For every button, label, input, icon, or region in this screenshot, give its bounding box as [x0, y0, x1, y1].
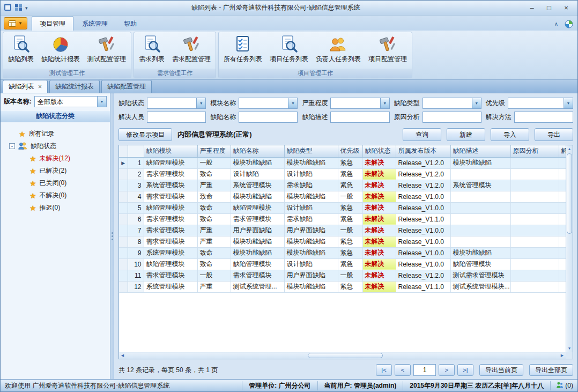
chevron-down-icon[interactable]: ▼	[196, 98, 205, 108]
tree-item-postponed[interactable]: ★ 推迟(0)	[3, 202, 108, 214]
cell-description[interactable]: 缺陷管理模块	[450, 258, 510, 270]
ribbon-tab-project-management[interactable]: 项目管理	[32, 16, 73, 31]
cell-type[interactable]: 模块功能缺陷	[284, 247, 338, 258]
cell-name[interactable]: 模块功能缺陷	[231, 247, 284, 258]
table-row[interactable]: 5缺陷管理模块致命缺陷管理模块设计缺陷紧急未解决Release_V1.0.0	[119, 202, 566, 213]
table-row[interactable]: ▶1缺陷管理模块一般模块功能缺陷模块功能缺陷紧急未解决Release_V1.2.…	[119, 157, 566, 168]
tree-item-unresolved[interactable]: ★ 未解决(12)	[3, 152, 108, 165]
resolver-filter-input[interactable]	[147, 112, 206, 123]
requirement-config-management-button[interactable]: 需求配置管理	[169, 33, 214, 69]
cell-name[interactable]: 模块功能缺陷	[231, 236, 284, 247]
cell-release[interactable]: Release_V1.0.0	[396, 225, 450, 236]
table-row[interactable]: 12系统管理模块严重测试系统管理...模块功能缺陷紧急未解决Release_V1…	[119, 281, 566, 292]
cell-release[interactable]: Release_V1.0.0	[396, 247, 450, 258]
cell-cause[interactable]	[510, 247, 559, 258]
cell-priority[interactable]: 紧急	[338, 180, 362, 191]
table-row[interactable]: 10缺陷管理模块致命缺陷管理模块设计缺陷紧急未解决Release_V1.0.0缺…	[119, 258, 566, 270]
cell-release[interactable]: Release_V1.0.0	[396, 191, 450, 202]
cell-status[interactable]: 未解决	[362, 180, 396, 191]
cell-type[interactable]: 设计缺陷	[284, 168, 338, 180]
cell-module[interactable]: 需求管理模块	[144, 168, 197, 180]
cause-analysis-filter-input[interactable]	[423, 112, 481, 123]
cell-description[interactable]: 系统管理模块	[450, 180, 510, 191]
sidebar-splitter[interactable]	[110, 93, 114, 379]
cell-name[interactable]: 缺陷管理模块	[231, 258, 284, 270]
chevron-down-icon[interactable]: ▼	[472, 98, 481, 108]
scroll-down-icon[interactable]: ▼	[566, 345, 573, 352]
cell-release[interactable]: Release_V1.0.0	[396, 258, 450, 270]
tree-item-closed[interactable]: ★ 已关闭(0)	[3, 177, 108, 189]
version-select[interactable]: 全部版本 ▼	[34, 96, 107, 107]
cell-status[interactable]: 未解决	[362, 213, 396, 225]
cell-type[interactable]: 需求缺陷	[284, 213, 338, 225]
cell-solution[interactable]	[559, 270, 566, 281]
cell-solution[interactable]	[559, 168, 566, 180]
cell-module[interactable]: 需求管理模块	[144, 236, 197, 247]
tree-expander-icon[interactable]: -	[9, 143, 15, 149]
cell-type[interactable]: 用户界面缺陷	[284, 225, 338, 236]
table-row[interactable]: 4需求管理模块致命模块功能缺陷模块功能缺陷一般未解决Release_V1.0.0	[119, 191, 566, 202]
cell-cause[interactable]	[510, 258, 559, 270]
cell-priority[interactable]: 紧急	[338, 168, 362, 180]
cell-name[interactable]: 设计缺陷	[231, 168, 284, 180]
owner-tasks-list-button[interactable]: 负责人任务列表	[313, 33, 364, 69]
cell-status[interactable]: 未解决	[362, 270, 396, 281]
cell-priority[interactable]: 紧急	[338, 202, 362, 213]
cell-description[interactable]	[450, 213, 510, 225]
cell-type[interactable]: 模块功能缺陷	[284, 191, 338, 202]
message-indicator[interactable]: (0)	[550, 381, 573, 390]
cell-solution[interactable]	[559, 180, 566, 191]
cell-type[interactable]: 模块功能缺陷	[284, 281, 338, 292]
cell-release[interactable]: Release_V1.2.0	[396, 180, 450, 191]
cell-severity[interactable]: 一般	[197, 157, 231, 168]
cell-solution[interactable]	[559, 213, 566, 225]
cell-severity[interactable]: 致命	[197, 247, 231, 258]
cell-description[interactable]	[450, 191, 510, 202]
page-number-input[interactable]	[413, 364, 436, 376]
cell-description[interactable]: 模块功能缺陷	[450, 247, 510, 258]
cell-status[interactable]: 未解决	[362, 202, 396, 213]
cell-priority[interactable]: 一般	[338, 270, 362, 281]
cell-cause[interactable]	[510, 225, 559, 236]
cell-cause[interactable]	[510, 270, 559, 281]
grid-tool-icon[interactable]	[14, 3, 23, 13]
cell-description[interactable]	[450, 236, 510, 247]
cell-cause[interactable]	[510, 191, 559, 202]
priority-filter-select[interactable]: ▼	[508, 98, 573, 109]
solution-filter-input[interactable]	[514, 112, 573, 123]
defect-type-filter-select[interactable]: ▼	[423, 98, 481, 109]
cell-type[interactable]: 模块功能缺陷	[284, 157, 338, 168]
cell-priority[interactable]: 紧急	[338, 281, 362, 292]
cell-type[interactable]: 设计缺陷	[284, 258, 338, 270]
defect-statistics-report-button[interactable]: 缺陷统计报表	[38, 33, 83, 69]
vertical-scrollbar-thumb[interactable]	[567, 153, 572, 234]
ribbon-tab-help[interactable]: 帮助	[116, 17, 144, 31]
severity-filter-select[interactable]: ▼	[330, 98, 389, 109]
cell-solution[interactable]	[559, 236, 566, 247]
cell-cause[interactable]	[510, 157, 559, 168]
table-row[interactable]: 9系统管理模块致命模块功能缺陷模块功能缺陷紧急未解决Release_V1.0.0…	[119, 247, 566, 258]
horizontal-scrollbar[interactable]: ◀ ▶	[119, 352, 566, 359]
cell-severity[interactable]: 致命	[197, 258, 231, 270]
cell-module[interactable]: 需求管理模块	[144, 225, 197, 236]
defect-status-filter-select[interactable]: ▼	[147, 98, 206, 109]
column-header-description[interactable]: 缺陷描述	[450, 145, 510, 157]
tree-item-all-records[interactable]: ★ 所有记录	[3, 128, 108, 140]
close-icon[interactable]: ×	[38, 84, 42, 90]
doc-tab-defect-statistics[interactable]: 缺陷统计报表	[49, 80, 100, 93]
cell-severity[interactable]: 致命	[197, 202, 231, 213]
table-row[interactable]: 8需求管理模块严重模块功能缺陷模块功能缺陷紧急未解决Release_V1.0.0	[119, 236, 566, 247]
import-button[interactable]: 导入	[491, 128, 529, 141]
cell-cause[interactable]	[510, 180, 559, 191]
query-button[interactable]: 查询	[403, 128, 441, 141]
chevron-down-icon[interactable]: ▼	[380, 98, 389, 108]
cell-description[interactable]: 测试系统管理模块...	[450, 281, 510, 292]
cell-cause[interactable]	[510, 213, 559, 225]
app-window-icon[interactable]	[4, 3, 12, 13]
cell-module[interactable]: 缺陷管理模块	[144, 202, 197, 213]
cell-name[interactable]: 需求管理模块	[231, 213, 284, 225]
cell-cause[interactable]	[510, 202, 559, 213]
modify-display-columns-button[interactable]: 修改显示项目	[118, 128, 172, 141]
test-config-management-button[interactable]: 测试配置管理	[84, 33, 129, 69]
cell-module[interactable]: 需求管理模块	[144, 213, 197, 225]
